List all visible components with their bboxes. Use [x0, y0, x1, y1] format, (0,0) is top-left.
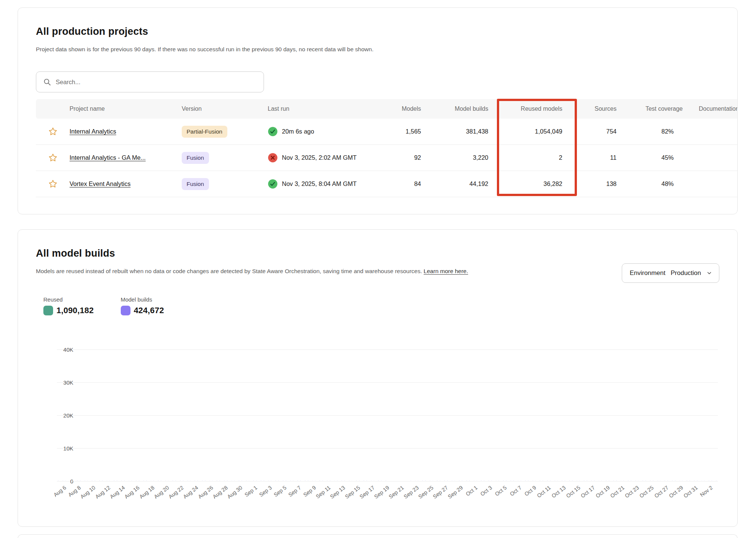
bar-aug-28[interactable]: [218, 349, 226, 481]
bar-sep-10[interactable]: [314, 349, 321, 481]
col-sources[interactable]: Sources: [562, 106, 617, 112]
bar-oct-26[interactable]: [652, 349, 659, 481]
project-name-link[interactable]: Vortex Event Analytics: [70, 180, 130, 187]
bar-oct-12[interactable]: [549, 349, 556, 481]
bar-oct-11[interactable]: [541, 349, 549, 481]
bar-oct-21[interactable]: [615, 349, 623, 481]
bar-sep-20[interactable]: [387, 349, 395, 481]
bar-sep-14[interactable]: [343, 349, 351, 481]
search-input[interactable]: [56, 79, 257, 86]
bar-aug-20[interactable]: [160, 349, 167, 481]
bar-aug-26[interactable]: [204, 349, 211, 481]
bar-oct-15[interactable]: [571, 349, 578, 481]
bar-oct-9[interactable]: [527, 349, 534, 481]
bar-aug-6[interactable]: [57, 349, 64, 481]
bar-aug-15[interactable]: [123, 349, 130, 481]
bar-sep-4[interactable]: [270, 349, 277, 481]
bar-oct-25[interactable]: [644, 349, 652, 481]
bar-sep-18[interactable]: [373, 349, 380, 481]
bar-aug-27[interactable]: [211, 349, 218, 481]
bar-oct-18[interactable]: [593, 349, 600, 481]
bar-oct-1[interactable]: [468, 349, 476, 481]
bar-aug-14[interactable]: [116, 349, 123, 481]
project-name-link[interactable]: Internal Analytics - GA Me...: [70, 154, 146, 161]
favorite-star-icon[interactable]: [36, 127, 70, 136]
col-model-builds[interactable]: Model builds: [421, 106, 488, 112]
col-version[interactable]: Version: [182, 106, 268, 112]
bar-oct-8[interactable]: [519, 349, 527, 481]
search-box[interactable]: [36, 71, 264, 92]
bar-sep-15[interactable]: [351, 349, 358, 481]
bar-sep-25[interactable]: [424, 349, 431, 481]
bar-aug-18[interactable]: [145, 349, 153, 481]
bar-sep-6[interactable]: [285, 349, 292, 481]
col-test-coverage[interactable]: Test coverage: [617, 106, 686, 112]
bar-aug-30[interactable]: [233, 349, 240, 481]
bar-sep-5[interactable]: [277, 349, 285, 481]
bar-aug-17[interactable]: [138, 349, 145, 481]
bar-oct-3[interactable]: [483, 349, 490, 481]
environment-select[interactable]: Environment Production: [622, 263, 719, 283]
bar-aug-10[interactable]: [86, 349, 94, 481]
bar-sep-23[interactable]: [409, 349, 417, 481]
col-documentation[interactable]: Documentation: [686, 106, 737, 112]
bar-aug-25[interactable]: [196, 349, 204, 481]
bar-oct-14[interactable]: [563, 349, 571, 481]
col-project-name[interactable]: Project name: [70, 106, 182, 112]
bar-sep-8[interactable]: [299, 349, 307, 481]
bar-oct-10[interactable]: [534, 349, 542, 481]
bar-oct-4[interactable]: [490, 349, 498, 481]
bar-sep-3[interactable]: [262, 349, 270, 481]
bar-sep-29[interactable]: [454, 349, 461, 481]
bar-sep-17[interactable]: [365, 349, 373, 481]
bar-aug-16[interactable]: [130, 349, 138, 481]
bar-sep-28[interactable]: [446, 349, 454, 481]
bar-nov-2[interactable]: [703, 349, 710, 481]
learn-more-link[interactable]: Learn more here.: [424, 268, 468, 274]
bar-oct-27[interactable]: [659, 349, 667, 481]
bar-sep-21[interactable]: [394, 349, 402, 481]
col-reused-models[interactable]: Reused models: [488, 106, 562, 112]
bar-sep-19[interactable]: [380, 349, 387, 481]
bar-oct-22[interactable]: [622, 349, 630, 481]
bar-sep-24[interactable]: [417, 349, 424, 481]
bar-oct-6[interactable]: [505, 349, 512, 481]
bar-sep-16[interactable]: [358, 349, 365, 481]
bar-oct-13[interactable]: [556, 349, 564, 481]
bar-sep-13[interactable]: [336, 349, 343, 481]
bar-sep-30[interactable]: [461, 349, 468, 481]
bar-aug-24[interactable]: [189, 349, 197, 481]
bar-oct-7[interactable]: [512, 349, 520, 481]
bar-oct-5[interactable]: [497, 349, 505, 481]
favorite-star-icon[interactable]: [36, 153, 70, 162]
bar-oct-19[interactable]: [600, 349, 608, 481]
bar-sep-12[interactable]: [329, 349, 336, 481]
bar-aug-23[interactable]: [182, 349, 189, 481]
bar-oct-24[interactable]: [637, 349, 645, 481]
bar-sep-27[interactable]: [439, 349, 446, 481]
bar-aug-21[interactable]: [167, 349, 175, 481]
bar-oct-17[interactable]: [586, 349, 593, 481]
bar-aug-13[interactable]: [108, 349, 116, 481]
bar-sep-1[interactable]: [248, 349, 255, 481]
bar-aug-12[interactable]: [101, 349, 108, 481]
bar-oct-29[interactable]: [674, 349, 681, 481]
favorite-star-icon[interactable]: [36, 179, 70, 189]
bar-oct-2[interactable]: [476, 349, 483, 481]
project-name-link[interactable]: Internal Analytics: [70, 128, 116, 135]
bar-aug-8[interactable]: [71, 349, 79, 481]
col-last-run[interactable]: Last run: [268, 106, 378, 112]
col-models[interactable]: Models: [378, 106, 421, 112]
bar-oct-31[interactable]: [688, 349, 696, 481]
bar-oct-28[interactable]: [666, 349, 674, 481]
bar-sep-7[interactable]: [292, 349, 299, 481]
bar-aug-29[interactable]: [226, 349, 233, 481]
bar-oct-30[interactable]: [681, 349, 688, 481]
bar-oct-23[interactable]: [630, 349, 637, 481]
bar-sep-22[interactable]: [402, 349, 409, 481]
bar-aug-11[interactable]: [93, 349, 101, 481]
bar-oct-20[interactable]: [608, 349, 615, 481]
bar-nov-1[interactable]: [696, 349, 703, 481]
bar-sep-9[interactable]: [307, 349, 314, 481]
bar-aug-19[interactable]: [152, 349, 160, 481]
